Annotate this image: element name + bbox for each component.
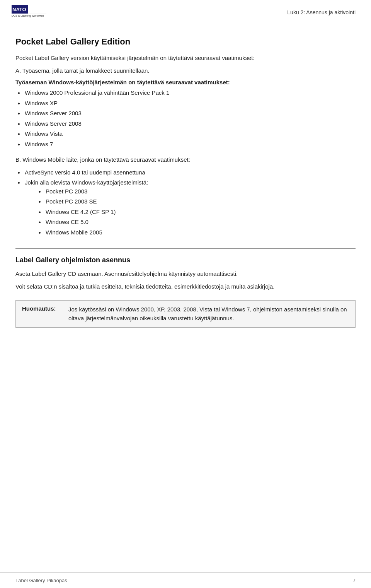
mobile-sub-list: Pocket PC 2003 Pocket PC 2003 SE Windows…: [36, 187, 356, 237]
company-logo: NATO DCS & Labeling Worldwide: [12, 5, 46, 20]
list-item: Windows 7: [15, 140, 356, 149]
logo-area: NATO DCS & Labeling Worldwide: [12, 5, 46, 20]
svg-text:NATO: NATO: [12, 7, 26, 12]
list-item: Windows Vista: [15, 130, 356, 138]
label-gallery-text1: Aseta Label Gallery CD asemaan. Asennus/…: [15, 270, 356, 279]
mobile-list: ActiveSync versio 4.0 tai uudempi asenne…: [15, 168, 356, 237]
list-item: Windows 2000 Professional ja vähintään S…: [15, 89, 356, 97]
list-item: Windows XP: [15, 99, 356, 108]
workstation-section: Työaseman Windows-käyttöjärjestelmän on …: [15, 79, 356, 149]
footer-page-number: 7: [353, 578, 356, 583]
list-item: Pocket PC 2003: [36, 187, 356, 196]
note-label: Huomautus:: [22, 305, 65, 312]
note-box: Huomautus: Jos käytössäsi on Windows 200…: [15, 300, 356, 328]
list-item: Pocket PC 2003 SE: [36, 197, 356, 206]
workstation-intro: A. Työasema, jolla tarrat ja lomakkeet s…: [15, 67, 356, 75]
workstation-list: Windows 2000 Professional ja vähintään S…: [15, 89, 356, 149]
list-item: Windows CE 5.0: [36, 218, 356, 227]
workstation-section-title: Työaseman Windows-käyttöjärjestelmän on …: [15, 79, 356, 85]
list-item: Windows Server 2008: [15, 120, 356, 128]
list-item: Windows CE 4.2 (CF SP 1): [36, 208, 356, 217]
chapter-title: Luku 2: Asennus ja aktivointi: [287, 9, 356, 15]
intro-text: Pocket Label Gallery version käyttämisek…: [15, 54, 356, 63]
mobile-intro: B. Windows Mobile laite, jonka on täytet…: [15, 156, 356, 164]
logo-svg: NATO DCS & Labeling Worldwide: [12, 5, 46, 20]
footer-left: Label Gallery Pikaopas: [15, 578, 67, 583]
mobile-section: B. Windows Mobile laite, jonka on täytet…: [15, 156, 356, 237]
svg-text:DCS & Labeling Worldwide: DCS & Labeling Worldwide: [12, 14, 44, 17]
main-content: Pocket Label Gallery Edition Pocket Labe…: [0, 25, 371, 343]
list-item: Jokin alla olevista Windows-käyttöjärjes…: [15, 178, 356, 237]
page-main-heading: Pocket Label Gallery Edition: [15, 37, 356, 47]
label-gallery-heading: Label Gallery ohjelmiston asennus: [15, 256, 356, 264]
label-gallery-text2: Voit selata CD:n sisältöä ja tutkia esit…: [15, 282, 356, 291]
list-item: Windows Server 2003: [15, 109, 356, 118]
page-header: NATO DCS & Labeling Worldwide Luku 2: As…: [0, 0, 371, 25]
list-item: Windows Mobile 2005: [36, 228, 356, 237]
page-footer: Label Gallery Pikaopas 7: [0, 573, 371, 588]
note-text: Jos käytössäsi on Windows 2000, XP, 2003…: [68, 305, 349, 323]
label-gallery-section: Label Gallery ohjelmiston asennus Aseta …: [15, 256, 356, 291]
section-divider: [15, 248, 356, 249]
list-item: ActiveSync versio 4.0 tai uudempi asenne…: [15, 168, 356, 177]
